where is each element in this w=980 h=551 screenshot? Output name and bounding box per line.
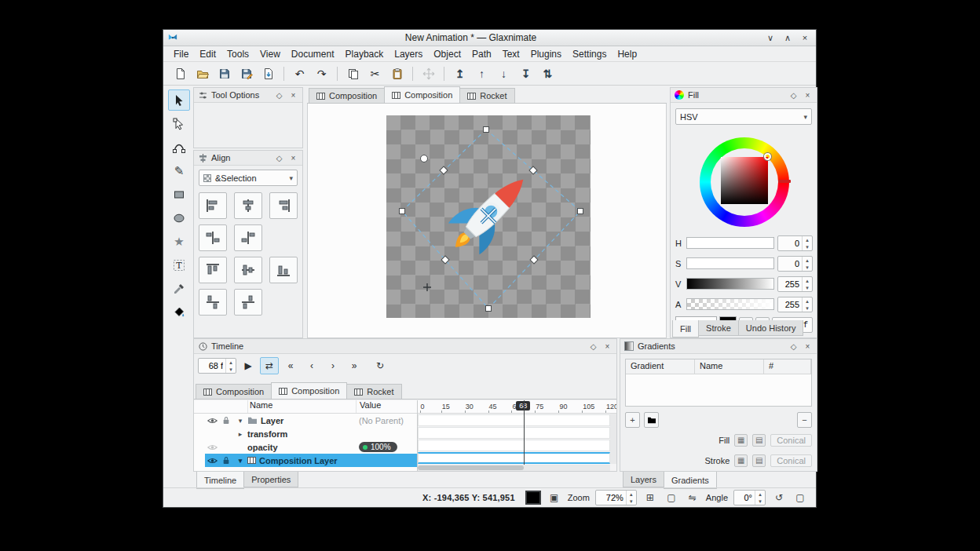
composition-layer-row[interactable]: ▾ Composition Layer bbox=[194, 454, 417, 467]
menu-view[interactable]: View bbox=[254, 48, 286, 60]
close-dock-icon[interactable]: × bbox=[288, 154, 298, 162]
play-button[interactable]: ▶ bbox=[239, 357, 258, 374]
saturation-value-square[interactable] bbox=[721, 157, 768, 204]
value-spinbox[interactable]: ▴▾ bbox=[777, 276, 813, 292]
composition-layer-track[interactable] bbox=[418, 452, 610, 464]
layer-row[interactable]: ▾ Layer (No Parent) bbox=[194, 414, 417, 427]
minimize-button[interactable]: ∨ bbox=[764, 33, 777, 43]
menu-text[interactable]: Text bbox=[497, 48, 525, 60]
align-right-button[interactable] bbox=[269, 192, 298, 219]
open-document-button[interactable] bbox=[192, 64, 213, 83]
lock-toggle[interactable] bbox=[219, 414, 233, 427]
raise-button[interactable]: ↑ bbox=[471, 64, 492, 83]
gradients-list[interactable] bbox=[626, 374, 811, 406]
float-dock-icon[interactable]: ◇ bbox=[788, 342, 799, 351]
sv-marker[interactable] bbox=[764, 153, 771, 160]
spin-up-icon[interactable]: ▴ bbox=[803, 257, 812, 264]
stroke-gradient-b-button[interactable]: ▤ bbox=[752, 454, 766, 467]
titlebar[interactable]: New Animation * — Glaxnimate ∨ ∧ × bbox=[163, 30, 816, 46]
spin-up-icon[interactable]: ▴ bbox=[803, 236, 812, 243]
spin-down-icon[interactable]: ▾ bbox=[803, 264, 812, 271]
menu-layers[interactable]: Layers bbox=[389, 48, 428, 60]
zoom-original-button[interactable]: ▢ bbox=[664, 490, 679, 505]
tool-options-header[interactable]: Tool Options ◇ × bbox=[194, 88, 302, 103]
spin-up-icon[interactable]: ▴ bbox=[755, 491, 765, 498]
hue-spinbox[interactable]: ▴▾ bbox=[777, 235, 813, 251]
spin-down-icon[interactable]: ▾ bbox=[803, 243, 812, 250]
float-dock-icon[interactable]: ◇ bbox=[274, 91, 284, 100]
reorder-button[interactable]: ⇅ bbox=[537, 64, 558, 83]
align-top-button[interactable] bbox=[199, 257, 227, 283]
expand-toggle[interactable]: ▾ bbox=[233, 414, 247, 427]
angle-value[interactable] bbox=[734, 491, 755, 505]
alpha-slider[interactable] bbox=[686, 298, 774, 310]
reset-view-button[interactable]: ▢ bbox=[792, 490, 808, 505]
timeline-ruler[interactable]: 0 15 30 45 60 75 90 105 120 68 bbox=[418, 400, 616, 414]
current-color-indicator[interactable] bbox=[525, 491, 541, 505]
align-top-outside-button[interactable] bbox=[199, 289, 227, 316]
lock-toggle[interactable] bbox=[219, 454, 233, 467]
last-frame-button[interactable]: » bbox=[345, 357, 364, 374]
raise-to-top-button[interactable]: ↥ bbox=[449, 64, 470, 83]
horizontal-scrollbar[interactable] bbox=[418, 465, 610, 471]
fill-gradient-b-button[interactable]: ▤ bbox=[752, 434, 766, 447]
save-button[interactable] bbox=[214, 64, 235, 83]
stroke-gradient-type[interactable]: Conical bbox=[770, 454, 812, 467]
float-dock-icon[interactable]: ◇ bbox=[788, 91, 799, 100]
visibility-toggle[interactable] bbox=[205, 414, 219, 427]
float-dock-icon[interactable]: ◇ bbox=[588, 342, 598, 351]
frame-value[interactable] bbox=[199, 359, 225, 373]
close-dock-icon[interactable]: × bbox=[288, 91, 298, 100]
ellipse-tool[interactable] bbox=[168, 207, 190, 228]
hue-value[interactable] bbox=[778, 236, 802, 250]
new-document-button[interactable] bbox=[170, 64, 191, 83]
menu-playback[interactable]: Playback bbox=[340, 48, 389, 60]
saturation-slider[interactable] bbox=[686, 257, 774, 269]
stroke-gradient-a-button[interactable]: ▦ bbox=[734, 454, 748, 467]
edit-nodes-tool[interactable] bbox=[168, 113, 190, 134]
spin-down-icon[interactable]: ▾ bbox=[755, 498, 765, 505]
zoom-spinbox[interactable]: ▴▾ bbox=[595, 490, 637, 505]
color-picker-tool[interactable] bbox=[168, 278, 190, 299]
opacity-badge[interactable]: 100% bbox=[359, 442, 397, 452]
move-button[interactable] bbox=[418, 64, 439, 83]
color-space-select[interactable]: HSV ▾ bbox=[675, 108, 812, 125]
open-gradient-button[interactable] bbox=[644, 412, 659, 428]
spin-down-icon[interactable]: ▾ bbox=[226, 366, 236, 373]
copy-button[interactable] bbox=[342, 64, 364, 83]
timeline-tab-composition-1[interactable]: Composition bbox=[196, 384, 272, 399]
playhead-line[interactable] bbox=[524, 400, 525, 471]
color-wheel[interactable] bbox=[700, 137, 789, 227]
playhead-badge[interactable]: 68 bbox=[516, 401, 530, 411]
saturation-spinbox[interactable]: ▴▾ bbox=[777, 256, 813, 272]
zoom-value[interactable] bbox=[596, 491, 626, 505]
first-frame-button[interactable]: « bbox=[281, 357, 300, 374]
tab-gradients[interactable]: Gradients bbox=[664, 472, 717, 489]
tab-fill[interactable]: Fill bbox=[672, 320, 699, 338]
menu-settings[interactable]: Settings bbox=[567, 48, 612, 60]
align-right-outside-button[interactable] bbox=[234, 224, 262, 251]
canvas-tab-rocket[interactable]: Rocket bbox=[459, 88, 514, 103]
menu-help[interactable]: Help bbox=[612, 48, 642, 60]
lower-to-bottom-button[interactable]: ↧ bbox=[515, 64, 536, 83]
close-dock-icon[interactable]: × bbox=[602, 342, 612, 351]
align-hcenter-button[interactable] bbox=[234, 192, 262, 219]
alpha-value[interactable] bbox=[778, 297, 802, 312]
spin-down-icon[interactable]: ▾ bbox=[803, 305, 812, 312]
bezier-tool[interactable] bbox=[168, 137, 190, 158]
prev-frame-button[interactable]: ‹ bbox=[302, 357, 321, 374]
spin-up-icon[interactable]: ▴ bbox=[627, 491, 636, 498]
hue-marker[interactable] bbox=[778, 180, 791, 183]
canvas-tab-composition-2[interactable]: Composition bbox=[384, 86, 460, 103]
expand-toggle[interactable]: ▸ bbox=[233, 427, 247, 440]
menu-edit[interactable]: Edit bbox=[194, 48, 221, 60]
align-relative-to-select[interactable]: &Selection ▾ bbox=[199, 170, 298, 186]
tracks[interactable] bbox=[418, 414, 610, 464]
vertical-scrollbar[interactable] bbox=[610, 414, 616, 464]
cut-button[interactable]: ✂ bbox=[364, 64, 386, 83]
fill-gradient-a-button[interactable]: ▦ bbox=[734, 434, 748, 447]
spin-up-icon[interactable]: ▴ bbox=[803, 297, 812, 305]
zoom-fit-button[interactable]: ⊞ bbox=[642, 490, 658, 505]
menu-file[interactable]: File bbox=[168, 48, 194, 60]
hue-slider[interactable] bbox=[686, 237, 774, 249]
